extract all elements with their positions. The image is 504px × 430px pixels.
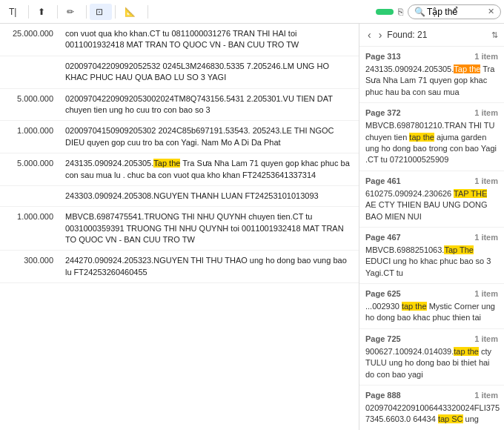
table-row: 5.000.000243135.090924.205305.Tap the Tr… (0, 153, 359, 186)
fill-sign-icon: ✏ (67, 7, 74, 17)
found-count: Found: 21 (387, 30, 488, 40)
result-text-item[interactable]: MBVCB.6987801210.TRAN THI TU chuyen tien… (359, 119, 504, 171)
result-page-header[interactable]: Page 8881 item (359, 387, 504, 401)
result-page-header[interactable]: Page 3721 item (359, 105, 504, 119)
measure-button[interactable]: 📐 (119, 4, 145, 20)
clear-search-icon[interactable]: ✕ (488, 7, 494, 16)
sort-icon[interactable]: ⇅ (491, 30, 498, 40)
divider-1 (28, 5, 29, 19)
result-highlight-term: TAP THE (454, 189, 487, 198)
table-row: 25.000.000con vuot qua kho khan.CT tu 08… (0, 24, 359, 56)
result-page-label: Page 313 (365, 52, 401, 61)
result-item-count: 1 item (474, 289, 498, 298)
main-area: 25.000.000con vuot qua kho khan.CT tu 08… (0, 24, 504, 430)
prev-result-button[interactable]: ‹ (365, 28, 374, 42)
next-result-button[interactable]: › (377, 28, 385, 42)
text-cell: con vuot qua kho khan.CT tu 081100003127… (59, 24, 359, 56)
update-button[interactable] (376, 9, 394, 15)
divider-3 (86, 5, 87, 19)
result-page-header[interactable]: Page 6251 item (359, 285, 504, 300)
table-row: 1.000.00002009704150909205302 2024C85b69… (0, 121, 359, 153)
result-text-item[interactable]: 020970422091006443320024FLI375 7345.6603… (359, 401, 504, 430)
result-page-label: Page 461 (365, 176, 401, 185)
result-highlight-term: tap the (454, 347, 479, 356)
search-input[interactable] (427, 7, 486, 17)
results-list: Page 3131 item243135.090924.205305.Tap t… (359, 47, 504, 430)
amount-cell: 5.000.000 (0, 88, 59, 121)
amount-cell: 1.000.000 (0, 121, 59, 153)
search-box: 🔍 ✕ (408, 4, 501, 19)
result-page-header[interactable]: Page 3131 item (359, 48, 504, 62)
search-icon: 🔍 (414, 7, 425, 17)
scan-ocr-button[interactable]: ⊡ (90, 4, 112, 20)
amount-cell: 5.000.000 (0, 153, 59, 186)
result-text-item[interactable]: ...002930 tap the Mystic Corner ung ho d… (359, 300, 504, 329)
text-cell: 020097042209092053002024TM8Q743156.5431 … (59, 88, 359, 121)
result-highlight-term: Tap the (454, 64, 480, 73)
result-page-label: Page 725 (365, 334, 401, 343)
result-text-item[interactable]: 243135.090924.205305.Tap the Tra Sưa Nha… (359, 62, 504, 103)
result-item-count: 1 item (474, 52, 498, 61)
result-item-count: 1 item (474, 108, 498, 117)
toolbar: T| ⬆ ✏ ⊡ 📐 ⎘ 🔍 ✕ (0, 0, 504, 24)
result-page-label: Page 372 (365, 108, 401, 117)
table-row: 5.000.000020097042209092053002024TM8Q743… (0, 88, 359, 121)
results-header: ‹ › Found: 21 ⇅ (359, 24, 504, 47)
result-highlight-term: tap SC (438, 414, 463, 423)
fill-sign-button[interactable]: ✏ (61, 4, 83, 20)
result-page-label: Page 888 (365, 391, 401, 400)
amount-cell: 300.000 (0, 251, 59, 283)
text-cell: 020097042209092052532 0245L3M246830.5335… (59, 56, 359, 88)
edit-button[interactable]: T| (3, 4, 25, 20)
amount-cell (0, 185, 59, 206)
results-panel: ‹ › Found: 21 ⇅ Page 3131 item243135.090… (359, 24, 504, 430)
scan-icon: ⊡ (96, 7, 103, 17)
result-page-header[interactable]: Page 4671 item (359, 229, 504, 243)
result-item-count: 1 item (474, 233, 498, 242)
result-item-count: 1 item (474, 391, 498, 400)
highlight-term: Tap the (153, 159, 180, 168)
result-text-item[interactable]: MBVCB.6988251063.Tap The EDUCI ung ho kh… (359, 243, 504, 284)
result-page-label: Page 467 (365, 233, 401, 242)
export-button[interactable]: ⬆ (32, 4, 54, 20)
table-row: 243303.090924.205308.NGUYEN THANH LUAN F… (0, 185, 359, 206)
add-button[interactable] (151, 9, 163, 15)
result-highlight-term: tap the (402, 302, 427, 311)
result-page-label: Page 625 (365, 289, 401, 298)
result-text-item[interactable]: 900627.100924.014039.tap the cty TULU un… (359, 345, 504, 386)
result-text-item[interactable]: 610275.090924.230626 TAP THE AE CTY THIE… (359, 187, 504, 228)
table-row: 1.000.000MBVCB.6987475541.TRUONG THI NHU… (0, 207, 359, 251)
document-table: 25.000.000con vuot qua kho khan.CT tu 08… (0, 24, 359, 283)
export-icon: ⬆ (38, 7, 45, 17)
text-cell: 243135.090924.205305.Tap the Tra Sưa Nha… (59, 153, 359, 186)
amount-cell: 1.000.000 (0, 207, 59, 251)
divider-2 (57, 5, 58, 19)
divider-5 (147, 5, 148, 19)
copy-icon[interactable]: ⎘ (398, 7, 403, 17)
amount-cell: 25.000.000 (0, 24, 59, 56)
table-row: 020097042209092052532 0245L3M246830.5335… (0, 56, 359, 88)
text-cell: MBVCB.6987475541.TRUONG THI NHU QUYNH ch… (59, 207, 359, 251)
text-cell: 243303.090924.205308.NGUYEN THANH LUAN F… (59, 185, 359, 206)
result-item-count: 1 item (474, 176, 498, 185)
result-highlight-term: tap the (409, 133, 434, 142)
document-panel: 25.000.000con vuot qua kho khan.CT tu 08… (0, 24, 359, 430)
divider-4 (115, 5, 116, 19)
result-item-count: 1 item (474, 334, 498, 343)
measure-icon: 📐 (125, 7, 136, 17)
result-highlight-term: Tap The (444, 245, 474, 254)
table-row: 300.000244270.090924.205323.NGUYEN THI T… (0, 251, 359, 283)
amount-cell (0, 56, 59, 88)
text-cell: 244270.090924.205323.NGUYEN THI THU THAO… (59, 251, 359, 283)
edit-icon: T| (9, 7, 16, 17)
result-page-header[interactable]: Page 4611 item (359, 173, 504, 187)
text-cell: 02009704150909205302 2024C85b697191.5354… (59, 121, 359, 153)
result-page-header[interactable]: Page 7251 item (359, 331, 504, 345)
